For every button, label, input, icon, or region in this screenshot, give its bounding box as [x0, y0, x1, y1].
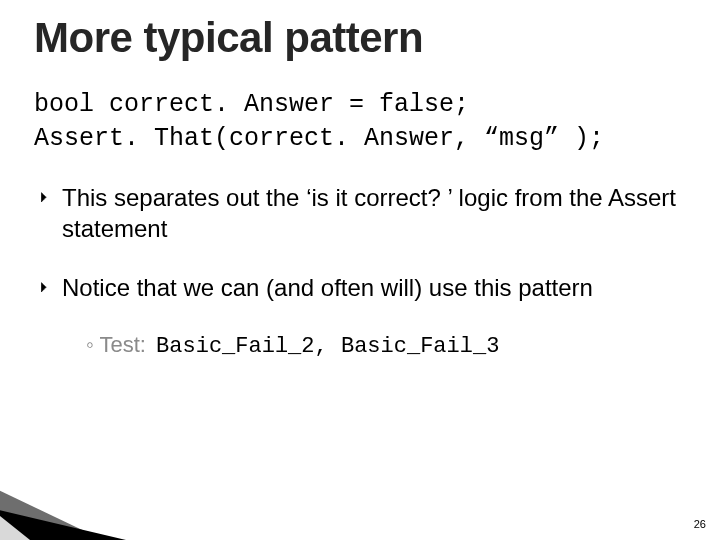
bullet-item-2: Notice that we can (and often will) use …	[34, 272, 686, 303]
corner-decoration	[0, 468, 190, 540]
bullet-list: This separates out the ‘is it correct? ’…	[34, 182, 686, 304]
slide-title: More typical pattern	[34, 14, 686, 62]
code-line-1: bool correct. Answer = false;	[34, 90, 469, 119]
bullet-item-1: This separates out the ‘is it correct? ’…	[34, 182, 686, 244]
sub-bullet: ◦ Test: Basic_Fail_2, Basic_Fail_3	[34, 331, 686, 362]
sub-bullet-prefix: ◦ Test:	[86, 332, 152, 357]
slide: More typical pattern bool correct. Answe…	[0, 0, 720, 540]
code-line-2: Assert. That(correct. Answer, “msg” );	[34, 124, 604, 153]
page-number: 26	[694, 518, 706, 530]
code-block: bool correct. Answer = false; Assert. Th…	[34, 88, 686, 156]
sub-bullet-code: Basic_Fail_2, Basic_Fail_3	[156, 334, 499, 359]
